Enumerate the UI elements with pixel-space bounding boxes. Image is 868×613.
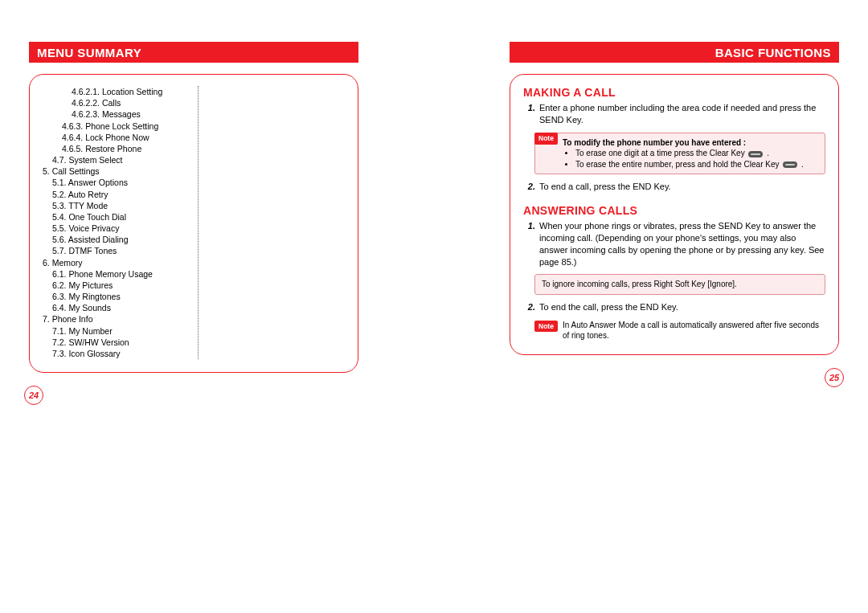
menu-item: 4.6.3. Phone Lock Setting (62, 121, 190, 132)
menu-item: 4.6.5. Restore Phone (62, 143, 190, 154)
menu-item: 5.5. Voice Privacy (52, 223, 190, 234)
menu-item: 7.3. Icon Glossary (52, 348, 190, 359)
note-auto-answer: Note In Auto Answer Mode a call is autom… (534, 320, 825, 341)
note-modify-number: Note To modify the phone number you have… (534, 133, 825, 175)
page-number-right: 25 (825, 368, 844, 387)
page-header-right: BASIC FUNCTIONS (510, 42, 839, 63)
menu-summary-list: 4.6.2.1. Location Setting4.6.2.2. Calls4… (43, 86, 345, 359)
clear-key-icon (748, 151, 763, 157)
menu-item: 6.1. Phone Memory Usage (52, 268, 190, 280)
menu-item: 5. Call Settings (43, 166, 190, 177)
note-bullet-2: To erase the entire number, press and ho… (575, 159, 818, 170)
answering-calls-steps-cont: To end the call, press the END Key. (523, 301, 825, 313)
note-auto-answer-text: In Auto Answer Mode a call is automatica… (563, 320, 825, 341)
page-number-left: 24 (24, 386, 43, 405)
menu-item: 7.2. SW/HW Version (52, 337, 190, 348)
menu-item: 6. Memory (43, 257, 190, 268)
answering-calls-step-2: To end the call, press the END Key. (538, 301, 825, 313)
menu-item: 4.6.2.2. Calls (72, 97, 190, 108)
page-header-left: MENU SUMMARY (29, 42, 358, 63)
menu-item: 4.7. System Select (52, 154, 190, 166)
menu-item: 7.1. My Number (52, 325, 190, 337)
section-title-making-a-call: MAKING A CALL (523, 86, 825, 99)
menu-column-1: 4.6.2.1. Location Setting4.6.2.2. Calls4… (43, 86, 199, 359)
making-a-call-steps: Enter a phone number including the area … (523, 102, 825, 126)
page-body-right: MAKING A CALL Enter a phone number inclu… (510, 74, 839, 355)
menu-item: 6.4. My Sounds (52, 302, 190, 313)
menu-item: 5.1. Answer Options (52, 177, 190, 188)
menu-item: 5.2. Auto Retry (52, 189, 190, 200)
menu-item: 5.3. TTY Mode (52, 200, 190, 211)
page-header-left-text: MENU SUMMARY (37, 46, 141, 59)
section-title-answering-calls: ANSWERING CALLS (523, 204, 825, 217)
menu-item: 4.6.4. Lock Phone Now (62, 132, 190, 143)
menu-item: 4.6.2.3. Messages (72, 108, 190, 120)
page-header-right-text: BASIC FUNCTIONS (715, 46, 831, 59)
menu-item: 6.2. My Pictures (52, 280, 190, 291)
menu-item: 5.7. DTMF Tones (52, 245, 190, 256)
note-heading: To modify the phone number you have ente… (563, 138, 746, 147)
note-ignore-text: To ignore incoming calls, press Right So… (542, 280, 737, 288)
note-ignore-call: To ignore incoming calls, press Right So… (534, 274, 825, 295)
menu-item: 6.3. My Ringtones (52, 291, 190, 302)
making-a-call-step-2: To end a call, press the END Key. (538, 181, 825, 193)
making-a-call-steps-cont: To end a call, press the END Key. (523, 181, 825, 193)
menu-item: 5.4. One Touch Dial (52, 211, 190, 223)
page-body-left: 4.6.2.1. Location Setting4.6.2.2. Calls4… (29, 74, 358, 373)
clear-key-icon (783, 161, 797, 168)
menu-item: 4.6.2.1. Location Setting (72, 86, 190, 97)
note-label: Note (534, 133, 558, 145)
note-label: Note (534, 321, 558, 332)
menu-column-2 (199, 86, 346, 359)
manual-page-right: BASIC FUNCTIONS MAKING A CALL Enter a ph… (510, 42, 839, 355)
menu-item: 5.6. Assisted Dialing (52, 234, 190, 245)
menu-item: 7. Phone Info (43, 313, 190, 325)
making-a-call-step-1: Enter a phone number including the area … (538, 102, 825, 126)
manual-page-left: MENU SUMMARY 4.6.2.1. Location Setting4.… (29, 42, 358, 373)
answering-calls-steps: When your phone rings or vibrates, press… (523, 220, 825, 268)
answering-calls-step-1: When your phone rings or vibrates, press… (538, 220, 825, 268)
note-bullet-1: To erase one digit at a time press the C… (575, 148, 818, 159)
